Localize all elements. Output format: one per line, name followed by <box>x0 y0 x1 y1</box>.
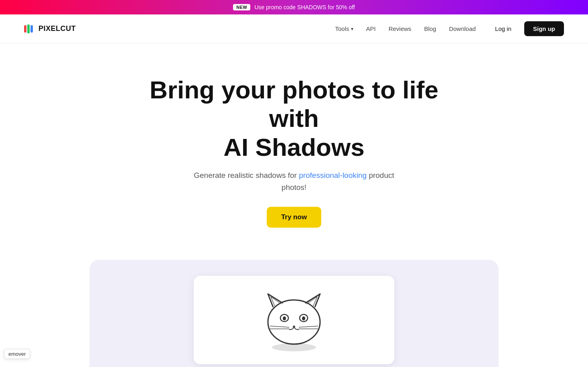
svg-point-7 <box>302 316 305 320</box>
nav-blog-link[interactable]: Blog <box>424 25 436 32</box>
cat-wireframe <box>254 284 334 356</box>
try-now-button[interactable]: Try now <box>267 207 321 228</box>
nav-item-tools[interactable]: Tools ▾ <box>335 25 353 32</box>
signup-button[interactable]: Sign up <box>524 21 564 36</box>
svg-rect-1 <box>27 24 30 33</box>
svg-line-8 <box>270 326 289 327</box>
logo-icon <box>24 24 35 33</box>
nav-item-api[interactable]: API <box>366 25 376 33</box>
demo-inner-card <box>194 276 394 364</box>
logo-link[interactable]: PIXELCUT <box>24 24 76 33</box>
chevron-down-icon: ▾ <box>351 26 353 32</box>
highlight-text: professional-looking <box>299 171 367 179</box>
svg-rect-2 <box>30 25 33 33</box>
tooltip-badge: emover <box>4 349 30 359</box>
hero-section: Bring your photos to life with AI Shadow… <box>0 43 588 244</box>
navbar: PIXELCUT Tools ▾ API Reviews Blog Downlo… <box>0 14 588 43</box>
nav-auth: Log in Sign up <box>489 21 564 36</box>
svg-point-6 <box>283 316 286 320</box>
nav-item-download[interactable]: Download <box>449 25 476 33</box>
promo-banner: NEW Use promo code SHADOWS for 50% off <box>0 0 588 14</box>
nav-links: Tools ▾ API Reviews Blog Download <box>335 25 476 33</box>
svg-rect-0 <box>24 25 26 33</box>
nav-download-link[interactable]: Download <box>449 25 476 32</box>
svg-point-3 <box>268 300 320 344</box>
login-button[interactable]: Log in <box>489 22 518 35</box>
hero-subtitle: Generate realistic shadows for professio… <box>182 169 406 194</box>
demo-section <box>73 260 515 367</box>
svg-point-12 <box>272 343 316 351</box>
nav-item-reviews[interactable]: Reviews <box>389 25 412 33</box>
svg-line-10 <box>299 326 318 327</box>
demo-container <box>89 260 499 367</box>
new-badge: NEW <box>233 4 250 10</box>
logo-text: PIXELCUT <box>39 24 76 33</box>
nav-api-link[interactable]: API <box>366 25 376 32</box>
nav-item-blog[interactable]: Blog <box>424 25 436 33</box>
nav-reviews-link[interactable]: Reviews <box>389 25 412 32</box>
nav-tools-link[interactable]: Tools <box>335 25 349 32</box>
hero-title: Bring your photos to life with AI Shadow… <box>130 75 458 161</box>
promo-text: Use promo code SHADOWS for 50% off <box>254 4 355 10</box>
